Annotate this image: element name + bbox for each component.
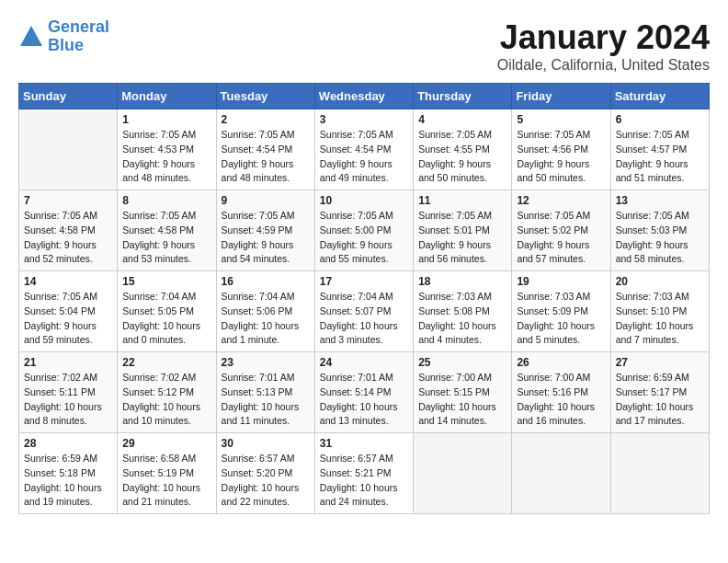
sunrise-text: Sunrise: 7:05 AM bbox=[222, 210, 295, 221]
daylight-text: Daylight: 9 hours and 48 minutes. bbox=[122, 158, 195, 184]
sunset-text: Sunset: 5:20 PM bbox=[222, 467, 293, 478]
daylight-text: Daylight: 9 hours and 59 minutes. bbox=[24, 320, 97, 346]
sunset-text: Sunset: 5:12 PM bbox=[122, 386, 194, 397]
sunset-text: Sunset: 5:02 PM bbox=[517, 224, 588, 236]
day-info: Sunrise: 7:01 AM Sunset: 5:14 PM Dayligh… bbox=[320, 371, 408, 429]
day-info: Sunrise: 6:57 AM Sunset: 5:20 PM Dayligh… bbox=[222, 452, 310, 510]
weekday-header-thursday: Thursday bbox=[414, 84, 512, 109]
week-row-4: 21 Sunrise: 7:02 AM Sunset: 5:11 PM Dayl… bbox=[19, 352, 710, 433]
day-number: 13 bbox=[616, 194, 704, 207]
logo: General Blue bbox=[18, 18, 109, 55]
day-info: Sunrise: 7:05 AM Sunset: 4:59 PM Dayligh… bbox=[222, 209, 310, 267]
calendar-cell: 17 Sunrise: 7:04 AM Sunset: 5:07 PM Dayl… bbox=[314, 271, 413, 352]
weekday-header-tuesday: Tuesday bbox=[216, 84, 314, 109]
sunset-text: Sunset: 4:57 PM bbox=[616, 144, 688, 155]
sunrise-text: Sunrise: 7:04 AM bbox=[122, 291, 196, 302]
logo-line1: General bbox=[48, 17, 109, 36]
sunrise-text: Sunrise: 7:05 AM bbox=[320, 129, 393, 140]
calendar-cell: 19 Sunrise: 7:03 AM Sunset: 5:09 PM Dayl… bbox=[512, 271, 610, 352]
day-info: Sunrise: 7:04 AM Sunset: 5:05 PM Dayligh… bbox=[122, 290, 210, 348]
day-info: Sunrise: 7:00 AM Sunset: 5:15 PM Dayligh… bbox=[418, 371, 506, 429]
day-number: 11 bbox=[418, 194, 506, 207]
day-info: Sunrise: 7:03 AM Sunset: 5:08 PM Dayligh… bbox=[418, 290, 506, 348]
calendar-cell: 23 Sunrise: 7:01 AM Sunset: 5:13 PM Dayl… bbox=[216, 352, 314, 433]
calendar-cell: 5 Sunrise: 7:05 AM Sunset: 4:56 PM Dayli… bbox=[512, 109, 610, 190]
day-number: 16 bbox=[222, 275, 310, 288]
sunrise-text: Sunrise: 7:05 AM bbox=[222, 129, 295, 140]
day-info: Sunrise: 7:03 AM Sunset: 5:09 PM Dayligh… bbox=[517, 290, 605, 348]
calendar-cell: 4 Sunrise: 7:05 AM Sunset: 4:55 PM Dayli… bbox=[414, 109, 512, 190]
weekday-header-wednesday: Wednesday bbox=[314, 84, 413, 109]
daylight-text: Daylight: 9 hours and 55 minutes. bbox=[320, 239, 392, 265]
sunrise-text: Sunrise: 7:00 AM bbox=[517, 372, 590, 383]
calendar-table: SundayMondayTuesdayWednesdayThursdayFrid… bbox=[18, 83, 710, 514]
calendar-cell: 2 Sunrise: 7:05 AM Sunset: 4:54 PM Dayli… bbox=[216, 109, 314, 190]
calendar-cell: 3 Sunrise: 7:05 AM Sunset: 4:54 PM Dayli… bbox=[314, 109, 413, 190]
day-number: 12 bbox=[517, 194, 605, 207]
sunset-text: Sunset: 5:16 PM bbox=[517, 386, 588, 397]
daylight-text: Daylight: 10 hours and 13 minutes. bbox=[320, 401, 398, 427]
daylight-text: Daylight: 10 hours and 19 minutes. bbox=[24, 482, 102, 508]
daylight-text: Daylight: 9 hours and 50 minutes. bbox=[517, 158, 589, 184]
calendar-cell: 1 Sunrise: 7:05 AM Sunset: 4:53 PM Dayli… bbox=[118, 109, 216, 190]
sunrise-text: Sunrise: 7:01 AM bbox=[222, 372, 295, 383]
day-info: Sunrise: 7:05 AM Sunset: 5:04 PM Dayligh… bbox=[24, 290, 112, 348]
daylight-text: Daylight: 10 hours and 7 minutes. bbox=[616, 320, 694, 346]
daylight-text: Daylight: 10 hours and 14 minutes. bbox=[418, 401, 496, 427]
day-number: 31 bbox=[320, 437, 408, 450]
location: Oildale, California, United States bbox=[497, 57, 710, 74]
day-number: 8 bbox=[122, 194, 210, 207]
daylight-text: Daylight: 9 hours and 51 minutes. bbox=[616, 158, 688, 184]
daylight-text: Daylight: 9 hours and 53 minutes. bbox=[122, 239, 195, 265]
day-info: Sunrise: 7:05 AM Sunset: 4:55 PM Dayligh… bbox=[418, 128, 506, 186]
sunrise-text: Sunrise: 7:05 AM bbox=[320, 210, 393, 221]
sunset-text: Sunset: 4:54 PM bbox=[222, 144, 293, 155]
daylight-text: Daylight: 9 hours and 57 minutes. bbox=[517, 239, 589, 265]
calendar-cell: 27 Sunrise: 6:59 AM Sunset: 5:17 PM Dayl… bbox=[610, 352, 709, 433]
day-number: 14 bbox=[24, 275, 112, 288]
day-number: 6 bbox=[616, 113, 704, 126]
sunrise-text: Sunrise: 7:03 AM bbox=[517, 291, 590, 302]
sunset-text: Sunset: 5:11 PM bbox=[24, 386, 96, 397]
day-info: Sunrise: 7:05 AM Sunset: 4:54 PM Dayligh… bbox=[320, 128, 408, 186]
day-number: 4 bbox=[418, 113, 506, 126]
calendar-cell: 22 Sunrise: 7:02 AM Sunset: 5:12 PM Dayl… bbox=[118, 352, 216, 433]
day-info: Sunrise: 7:05 AM Sunset: 5:03 PM Dayligh… bbox=[616, 209, 704, 267]
day-info: Sunrise: 7:05 AM Sunset: 5:02 PM Dayligh… bbox=[517, 209, 605, 267]
day-number: 28 bbox=[24, 437, 112, 450]
sunrise-text: Sunrise: 7:05 AM bbox=[517, 129, 590, 140]
day-info: Sunrise: 7:05 AM Sunset: 4:57 PM Dayligh… bbox=[616, 128, 704, 186]
day-number: 5 bbox=[517, 113, 605, 126]
calendar-cell: 21 Sunrise: 7:02 AM Sunset: 5:11 PM Dayl… bbox=[19, 352, 118, 433]
sunrise-text: Sunrise: 7:00 AM bbox=[418, 372, 492, 383]
sunrise-text: Sunrise: 7:05 AM bbox=[418, 129, 492, 140]
day-number: 17 bbox=[320, 275, 408, 288]
sunset-text: Sunset: 5:07 PM bbox=[320, 305, 392, 316]
daylight-text: Daylight: 10 hours and 0 minutes. bbox=[122, 320, 200, 346]
calendar-cell: 28 Sunrise: 6:59 AM Sunset: 5:18 PM Dayl… bbox=[19, 433, 118, 514]
sunrise-text: Sunrise: 7:05 AM bbox=[616, 210, 689, 221]
daylight-text: Daylight: 10 hours and 10 minutes. bbox=[122, 401, 200, 427]
sunrise-text: Sunrise: 7:05 AM bbox=[517, 210, 590, 221]
daylight-text: Daylight: 9 hours and 52 minutes. bbox=[24, 239, 97, 265]
week-row-2: 7 Sunrise: 7:05 AM Sunset: 4:58 PM Dayli… bbox=[19, 190, 710, 271]
calendar-cell: 30 Sunrise: 6:57 AM Sunset: 5:20 PM Dayl… bbox=[216, 433, 314, 514]
daylight-text: Daylight: 10 hours and 22 minutes. bbox=[222, 482, 300, 508]
day-number: 19 bbox=[517, 275, 605, 288]
sunrise-text: Sunrise: 6:58 AM bbox=[122, 453, 196, 464]
week-row-1: 1 Sunrise: 7:05 AM Sunset: 4:53 PM Dayli… bbox=[19, 109, 710, 190]
daylight-text: Daylight: 10 hours and 17 minutes. bbox=[616, 401, 694, 427]
sunset-text: Sunset: 4:56 PM bbox=[517, 144, 588, 155]
calendar-cell: 26 Sunrise: 7:00 AM Sunset: 5:16 PM Dayl… bbox=[512, 352, 610, 433]
daylight-text: Daylight: 10 hours and 4 minutes. bbox=[418, 320, 496, 346]
day-number: 3 bbox=[320, 113, 408, 126]
sunset-text: Sunset: 4:55 PM bbox=[418, 144, 490, 155]
day-info: Sunrise: 6:57 AM Sunset: 5:21 PM Dayligh… bbox=[320, 452, 408, 510]
sunset-text: Sunset: 5:13 PM bbox=[222, 386, 293, 397]
week-row-3: 14 Sunrise: 7:05 AM Sunset: 5:04 PM Dayl… bbox=[19, 271, 710, 352]
sunrise-text: Sunrise: 6:59 AM bbox=[24, 453, 97, 464]
day-number: 7 bbox=[24, 194, 112, 207]
sunset-text: Sunset: 5:08 PM bbox=[418, 305, 490, 316]
sunrise-text: Sunrise: 7:05 AM bbox=[122, 129, 196, 140]
title-block: January 2024 Oildale, California, United… bbox=[497, 18, 710, 74]
